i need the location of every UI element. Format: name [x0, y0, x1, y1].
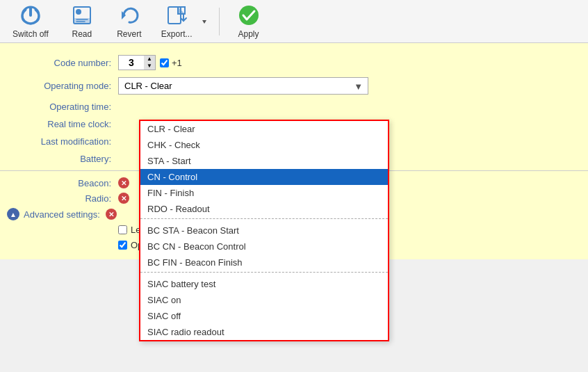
operating-mode-select[interactable]: CLR - Clear: [118, 77, 368, 95]
export-label: Export...: [161, 29, 193, 39]
svg-rect-4: [74, 18, 90, 24]
apply-button[interactable]: Apply: [228, 1, 270, 42]
operating-time-label: Operating time:: [7, 102, 118, 112]
read-button[interactable]: Read: [61, 1, 103, 42]
code-number-label: Code number:: [7, 58, 118, 68]
real-time-clock-label: Real time clock:: [7, 119, 118, 129]
switch-off-label: Switch off: [13, 29, 49, 39]
toolbar: Switch off Read Revert: [0, 0, 588, 43]
switch-off-button[interactable]: Switch off: [6, 1, 56, 42]
dropdown-item-sta[interactable]: STA - Start: [140, 153, 388, 169]
apply-icon: [238, 4, 260, 26]
code-number-row: Code number: ▲ ▼ +1: [0, 53, 588, 72]
legacy-protocol-checkbox[interactable]: [118, 225, 127, 234]
dropdown-item-bc-sta[interactable]: BC STA - Beacon Start: [140, 223, 388, 238]
dropdown-item-siac-rr[interactable]: SIAC radio readout: [140, 324, 388, 340]
dropdown-item-siac-on[interactable]: SIAC on: [140, 292, 388, 308]
number-input-wrapper: ▲ ▼: [118, 55, 156, 70]
operating-mode-row: Operating mode: CLR - Clear ▼: [0, 75, 588, 97]
dropdown-separator-2: [140, 272, 388, 275]
dropdown-item-siac-off[interactable]: SIAC off: [140, 308, 388, 324]
dropdown-item-chk[interactable]: CHK - Check: [140, 137, 388, 153]
dropdown-item-siac-bat[interactable]: SIAC battery test: [140, 276, 388, 292]
radio-label: Radio:: [7, 193, 118, 204]
optical-feedback1-checkbox[interactable]: [118, 241, 127, 250]
dropdown-item-clr[interactable]: CLR - Clear: [140, 121, 388, 137]
toolbar-divider: [219, 8, 220, 35]
export-icon: [165, 4, 188, 26]
beacon-label: Beacon:: [7, 178, 118, 188]
battery-label: Battery:: [7, 154, 118, 164]
last-modification-label: Last modification:: [7, 136, 118, 147]
svg-rect-1: [29, 7, 32, 17]
dropdown-item-bc-fin[interactable]: BC FIN - Beacon Finish: [140, 254, 388, 270]
svg-marker-9: [202, 20, 206, 24]
dropdown-list: CLR - Clear CHK - Check STA - Start CN -…: [140, 121, 388, 340]
dropdown-separator-1: [140, 218, 388, 221]
dropdown-item-rdo[interactable]: RDO - Readout: [140, 201, 388, 217]
read-label: Read: [72, 29, 92, 39]
svg-point-3: [76, 9, 81, 15]
beacon-error-icon: ✕: [118, 177, 129, 188]
revert-button[interactable]: Revert: [108, 1, 150, 42]
dropdown-list-wrapper: CLR - Clear CHK - Check STA - Start CN -…: [139, 120, 389, 341]
revert-label: Revert: [117, 29, 141, 39]
code-number-container: ▲ ▼ +1: [118, 55, 182, 70]
export-group: Export...: [156, 1, 211, 42]
spinner-up-button[interactable]: ▲: [144, 56, 155, 63]
apply-label: Apply: [238, 29, 259, 39]
radio-error-icon: ✕: [118, 193, 129, 204]
operating-time-row: Operating time:: [0, 99, 588, 114]
advanced-settings-label: Advanced settings:: [24, 209, 100, 220]
export-button[interactable]: Export...: [156, 1, 198, 42]
revert-icon: [118, 4, 140, 26]
dropdown-item-fin[interactable]: FIN - Finish: [140, 185, 388, 201]
advanced-error-icon: ✕: [106, 209, 117, 220]
dropdown-item-cn[interactable]: CN - Control: [140, 169, 388, 185]
svg-point-10: [239, 6, 259, 25]
operating-mode-label: Operating mode:: [7, 81, 118, 91]
read-icon: [71, 4, 93, 26]
spinner-buttons: ▲ ▼: [144, 56, 155, 70]
code-number-input[interactable]: [119, 56, 144, 70]
main-content: Code number: ▲ ▼ +1 Operating mode: CLR …: [0, 43, 588, 259]
advanced-settings-icon: ▲: [7, 208, 19, 220]
operating-mode-dropdown-container: CLR - Clear ▼: [118, 77, 368, 95]
plus1-label: +1: [172, 58, 182, 68]
dropdown-item-bc-cn[interactable]: BC CN - Beacon Control: [140, 238, 388, 254]
export-dropdown-arrow[interactable]: [198, 1, 211, 42]
plus1-checkbox[interactable]: [160, 58, 169, 67]
plus1-checkbox-label: +1: [160, 58, 182, 68]
switch-off-icon: [19, 4, 42, 26]
spinner-down-button[interactable]: ▼: [144, 63, 155, 70]
